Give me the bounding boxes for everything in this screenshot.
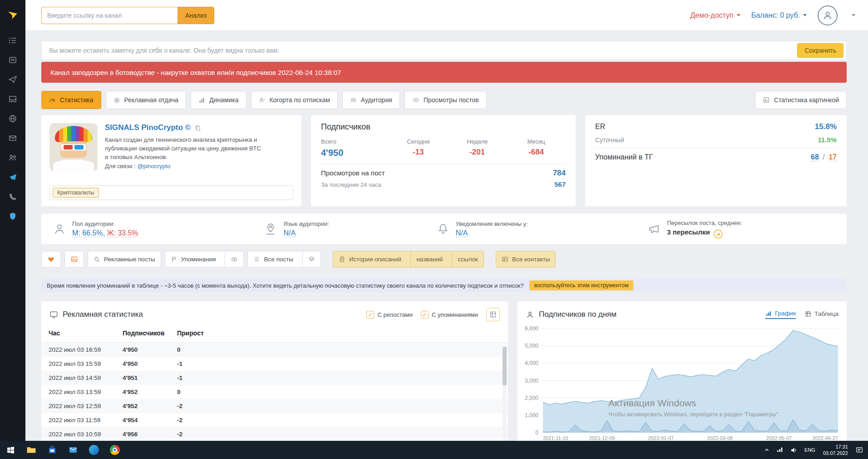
tab-audience[interactable]: Аудитория — [342, 91, 400, 109]
col-header-hour[interactable]: Час — [41, 328, 123, 343]
eye-icon — [231, 256, 238, 263]
app-logo-icon[interactable] — [0, 0, 25, 30]
balance-label: Баланс: 0 руб. — [751, 11, 800, 20]
history-descriptions-button[interactable]: История описаний — [333, 251, 407, 267]
all-posts-button-group: Все посты — [247, 251, 321, 268]
favorite-button[interactable] — [41, 251, 61, 268]
send-icon[interactable] — [8, 75, 18, 85]
male-share-link[interactable]: М: 66.5%, — [72, 229, 105, 237]
chrome-icon[interactable] — [104, 441, 125, 459]
stats-as-image-button[interactable]: Статистика картинкой — [755, 91, 847, 109]
views-24h-row: За последние 24 часа 567 — [321, 180, 566, 188]
screen: Анализ Демо-доступ Баланс: 0 руб. Сохран… — [0, 0, 868, 459]
tray-chevron-icon[interactable] — [761, 441, 773, 459]
posts-layers-button[interactable] — [302, 251, 321, 267]
ad-posts-button[interactable]: Рекламные посты — [88, 251, 161, 268]
mail-app-icon[interactable] — [63, 441, 84, 459]
analyze-button[interactable]: Анализ — [178, 7, 214, 24]
history-links-button[interactable]: ссылок — [452, 251, 483, 267]
system-tray: ENG 17:31 03.07.2022 — [761, 441, 868, 459]
gender-group: Пол аудитории: М: 66.5%, Ж: 33.5% — [53, 220, 264, 237]
file-explorer-icon[interactable] — [21, 441, 42, 459]
layers-icon — [308, 256, 315, 263]
start-button[interactable] — [0, 441, 21, 459]
language-indicator[interactable]: ENG — [801, 441, 819, 459]
mentions-button-group: Упоминания — [165, 251, 244, 268]
copy-icon[interactable] — [194, 125, 201, 131]
reposts-checkbox[interactable]: ✓ С репостами — [366, 311, 412, 319]
mentions-views-button[interactable] — [225, 251, 243, 267]
tab-label: Статистика картинкой — [774, 96, 839, 104]
tab-label: Статистика — [60, 96, 94, 104]
account-chevron-icon[interactable] — [852, 14, 855, 16]
history-links-label: ссылок — [458, 256, 478, 263]
volume-icon[interactable] — [787, 441, 800, 459]
notify-value-link[interactable]: N/A — [456, 229, 468, 237]
feed-icon[interactable] — [8, 35, 18, 45]
language-value-link[interactable]: N/A — [283, 229, 296, 237]
info-strip: Время появления упоминаний в таблице - ~… — [41, 279, 847, 292]
posts-icon[interactable] — [8, 55, 18, 65]
scrollbar-thumb[interactable] — [503, 347, 507, 385]
tab-post-views[interactable]: Просмотры постов — [404, 91, 487, 109]
edge-icon[interactable] — [84, 441, 104, 459]
taskbar-clock[interactable]: 17:31 03.07.2022 — [819, 444, 852, 457]
gauge-icon — [49, 97, 56, 104]
network-icon[interactable] — [774, 441, 786, 459]
topbar-right: Демо-доступ Баланс: 0 руб. — [690, 5, 855, 25]
all-posts-button[interactable]: Все посты — [248, 251, 298, 267]
demo-access-menu[interactable]: Демо-доступ — [690, 11, 740, 20]
shield-icon[interactable] — [8, 211, 18, 221]
user-avatar[interactable] — [818, 5, 838, 25]
category-tag[interactable]: Криптовалюты — [53, 188, 99, 198]
users-icon[interactable] — [8, 153, 18, 163]
col-header-growth[interactable]: Прирост — [177, 328, 508, 343]
female-share-link[interactable]: Ж: 33.5% — [107, 229, 138, 237]
mail-icon[interactable] — [8, 133, 18, 143]
save-note-button[interactable]: Сохранить — [797, 43, 843, 58]
ad-stats-title: Рекламная статистика — [63, 310, 143, 319]
action-center-icon[interactable] — [853, 441, 866, 459]
globe-icon[interactable] — [8, 114, 18, 124]
media-posts-button[interactable] — [64, 251, 84, 268]
chart-view-tab[interactable]: График — [765, 310, 796, 319]
mentions-label: Упоминания — [181, 256, 216, 263]
image-icon — [70, 255, 78, 263]
mentions-count-link[interactable]: 68 — [811, 153, 819, 161]
tab-unsubscribe-cohort[interactable]: Когорта по отпискам — [251, 91, 338, 109]
history-descriptions-label: История описаний — [349, 256, 401, 263]
eye-icon — [412, 96, 419, 104]
ad-stats-table: Час Подписчиков Прирост 2022 июл 03 16:5… — [41, 328, 508, 441]
actions-row: Рекламные посты Упоминания Все посты — [41, 251, 847, 268]
mentions-button[interactable]: Упоминания — [165, 251, 222, 267]
tab-statistics[interactable]: Статистика — [41, 91, 101, 109]
share-badge-icon[interactable] — [714, 230, 723, 239]
heart-icon — [47, 255, 55, 263]
all-contacts-button[interactable]: Все контакты — [496, 251, 556, 268]
channel-contact-link[interactable]: @pinocrypto — [137, 163, 170, 170]
ad-stats-panel: Рекламная статистика ✓ С репостами ✓ С у… — [41, 301, 508, 459]
chart-area: 01,0002,0003,0004,0005,0006,0002021-11-1… — [520, 324, 843, 459]
tab-dynamics[interactable]: Динамика — [191, 91, 246, 109]
telegram-icon[interactable] — [8, 172, 18, 182]
mentions-checkbox[interactable]: ✓ С упоминаниями — [421, 311, 478, 319]
summary-cards: SIGNALS PinoCrypto © Канал создан для те… — [41, 115, 847, 206]
balance-menu[interactable]: Баланс: 0 руб. — [751, 11, 807, 20]
tab-ad-performance[interactable]: Рекламная отдача — [106, 91, 187, 109]
channel-name[interactable]: SIGNALS PinoCrypto © — [105, 123, 293, 132]
table-view-tab[interactable]: Таблица — [805, 310, 838, 319]
history-names-button[interactable]: названий — [410, 251, 448, 267]
store-icon[interactable] — [42, 441, 63, 459]
mentions-secondary-link[interactable]: 17 — [829, 153, 837, 161]
subscribers-card: Подписчиков Всего 4'950 Сегодня -13 Неде… — [311, 115, 576, 206]
table-row: 2022 июл 03 13:594'9520 — [41, 385, 508, 399]
table-settings-button[interactable] — [486, 308, 500, 321]
main-content: Сохранить Канал заподозрен в ботоводстве… — [25, 31, 868, 459]
calls-icon[interactable] — [8, 192, 18, 202]
inbox-icon[interactable] — [8, 94, 18, 104]
tool-link[interactable]: воспользуйтесь этим инструментом — [529, 280, 634, 290]
note-input[interactable] — [49, 47, 797, 54]
channel-search-input[interactable] — [41, 7, 178, 24]
chevron-down-icon — [737, 14, 740, 16]
col-header-subscribers[interactable]: Подписчиков — [123, 328, 177, 343]
